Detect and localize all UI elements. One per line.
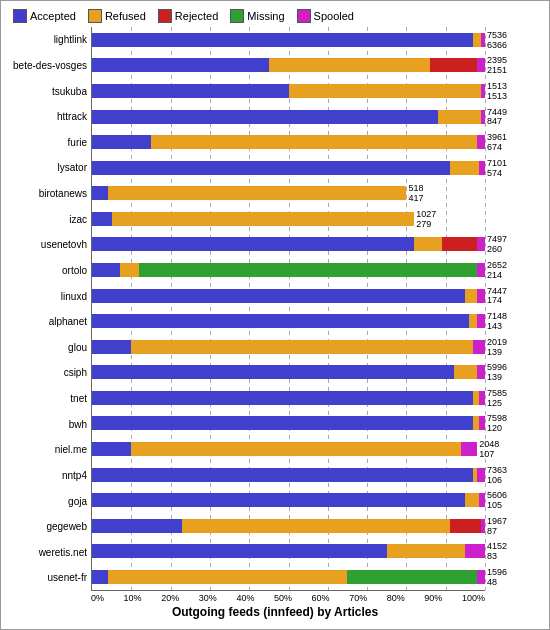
bar-segment-accepted bbox=[92, 519, 182, 533]
bar-row-furie: 3961674 bbox=[92, 133, 485, 151]
x-axis-label: 20% bbox=[161, 593, 179, 603]
legend-label: Rejected bbox=[175, 10, 218, 22]
y-label-nntp4: nntp4 bbox=[9, 466, 87, 484]
bar-row-izac: 1027279 bbox=[92, 210, 485, 228]
bar-segment-accepted bbox=[92, 237, 414, 251]
bar-segment-missing bbox=[347, 570, 477, 584]
bar-segment-refused bbox=[269, 58, 430, 72]
bar-segment-refused bbox=[450, 161, 479, 175]
bar-row-bete-des-vosges: 23952151 bbox=[92, 56, 485, 74]
y-label-furie: furie bbox=[9, 133, 87, 151]
bar-segment-accepted bbox=[92, 212, 112, 226]
bar-segment-spooled bbox=[477, 314, 485, 328]
legend-label: Spooled bbox=[314, 10, 354, 22]
bar-value-label-glou: 2019139 bbox=[485, 338, 507, 358]
bar-row-goja: 5606105 bbox=[92, 491, 485, 509]
bar-segment-accepted bbox=[92, 442, 131, 456]
bar-segment-spooled bbox=[477, 365, 485, 379]
bar-segment-accepted bbox=[92, 340, 131, 354]
y-label-izac: izac bbox=[9, 210, 87, 228]
bar-segment-accepted bbox=[92, 135, 151, 149]
bar-segment-refused bbox=[108, 186, 407, 200]
bar-value-label-ortolo: 2652214 bbox=[485, 261, 507, 281]
bar-value-label-furie: 3961674 bbox=[485, 133, 507, 153]
bar-row-httrack: 7449847 bbox=[92, 108, 485, 126]
bar-value-label-niel.me: 2048107 bbox=[477, 440, 499, 460]
bar-segment-rejected bbox=[450, 519, 481, 533]
bar-segment-accepted bbox=[92, 468, 473, 482]
y-label-httrack: httrack bbox=[9, 108, 87, 126]
bar-segment-refused bbox=[182, 519, 449, 533]
bar-segment-refused bbox=[131, 340, 473, 354]
x-axis-label: 90% bbox=[424, 593, 442, 603]
bar-segment-spooled bbox=[477, 570, 485, 584]
bar-value-label-bete-des-vosges: 23952151 bbox=[485, 56, 507, 76]
y-label-gegeweb: gegeweb bbox=[9, 518, 87, 536]
bar-row-lightlink: 75366366 bbox=[92, 31, 485, 49]
bar-segment-rejected bbox=[442, 237, 477, 251]
legend-label: Refused bbox=[105, 10, 146, 22]
bar-row-linuxd: 7447174 bbox=[92, 287, 485, 305]
bars-area: 7536636623952151151315137449847396167471… bbox=[91, 27, 485, 591]
bar-segment-refused bbox=[120, 263, 140, 277]
bar-row-bwh: 7598120 bbox=[92, 414, 485, 432]
bar-segment-accepted bbox=[92, 365, 454, 379]
bar-value-label-alphanet: 7148143 bbox=[485, 312, 507, 332]
x-axis-label: 40% bbox=[236, 593, 254, 603]
bar-segment-refused bbox=[131, 442, 461, 456]
legend: AcceptedRefusedRejectedMissingSpooled bbox=[5, 5, 545, 27]
bar-segment-spooled bbox=[465, 544, 485, 558]
y-label-lightlink: lightlink bbox=[9, 31, 87, 49]
y-label-weretis.net: weretis.net bbox=[9, 543, 87, 561]
bar-row-weretis.net: 415283 bbox=[92, 542, 485, 560]
bar-segment-spooled bbox=[477, 289, 485, 303]
y-label-glou: glou bbox=[9, 338, 87, 356]
bar-value-label-csiph: 5996139 bbox=[485, 363, 507, 383]
bar-segment-accepted bbox=[92, 186, 108, 200]
y-label-goja: goja bbox=[9, 492, 87, 510]
bar-segment-refused bbox=[454, 365, 478, 379]
x-axis-label: 0% bbox=[91, 593, 104, 603]
bar-segment-accepted bbox=[92, 493, 465, 507]
x-axis-label: 80% bbox=[387, 593, 405, 603]
y-label-tnet: tnet bbox=[9, 390, 87, 408]
y-label-birotanews: birotanews bbox=[9, 185, 87, 203]
y-label-usenet-fr: usenet-fr bbox=[9, 569, 87, 587]
bar-segment-spooled bbox=[461, 442, 477, 456]
bar-segment-spooled bbox=[477, 58, 485, 72]
y-label-csiph: csiph bbox=[9, 364, 87, 382]
bar-segment-accepted bbox=[92, 416, 473, 430]
bar-segment-refused bbox=[289, 84, 482, 98]
bar-value-label-linuxd: 7447174 bbox=[485, 287, 507, 307]
bar-segment-spooled bbox=[473, 340, 485, 354]
bar-segment-accepted bbox=[92, 33, 473, 47]
bar-row-nntp4: 7363106 bbox=[92, 466, 485, 484]
y-label-bwh: bwh bbox=[9, 415, 87, 433]
bar-segment-accepted bbox=[92, 289, 465, 303]
bar-segment-refused bbox=[438, 110, 481, 124]
bar-row-glou: 2019139 bbox=[92, 338, 485, 356]
bar-value-label-httrack: 7449847 bbox=[485, 108, 507, 128]
bar-value-label-lysator: 7101574 bbox=[485, 159, 507, 179]
y-label-alphanet: alphanet bbox=[9, 313, 87, 331]
bar-segment-refused bbox=[387, 544, 466, 558]
bar-row-ortolo: 2652214 bbox=[92, 261, 485, 279]
y-label-usenetovh: usenetovh bbox=[9, 236, 87, 254]
bar-segment-refused bbox=[414, 237, 442, 251]
legend-color bbox=[158, 9, 172, 23]
legend-item-spooled: Spooled bbox=[297, 9, 354, 23]
legend-item-rejected: Rejected bbox=[158, 9, 218, 23]
bar-segment-refused bbox=[465, 493, 479, 507]
legend-color bbox=[13, 9, 27, 23]
legend-color bbox=[297, 9, 311, 23]
bar-segment-accepted bbox=[92, 544, 387, 558]
bar-value-label-usenet-fr: 159648 bbox=[485, 568, 507, 588]
bar-value-label-bwh: 7598120 bbox=[485, 414, 507, 434]
bar-row-birotanews: 518417 bbox=[92, 184, 485, 202]
legend-item-accepted: Accepted bbox=[13, 9, 76, 23]
x-axis-label: 50% bbox=[274, 593, 292, 603]
y-label-tsukuba: tsukuba bbox=[9, 82, 87, 100]
bar-value-label-weretis.net: 415283 bbox=[485, 542, 507, 562]
bar-segment-refused bbox=[469, 314, 477, 328]
x-axis-label: 70% bbox=[349, 593, 367, 603]
